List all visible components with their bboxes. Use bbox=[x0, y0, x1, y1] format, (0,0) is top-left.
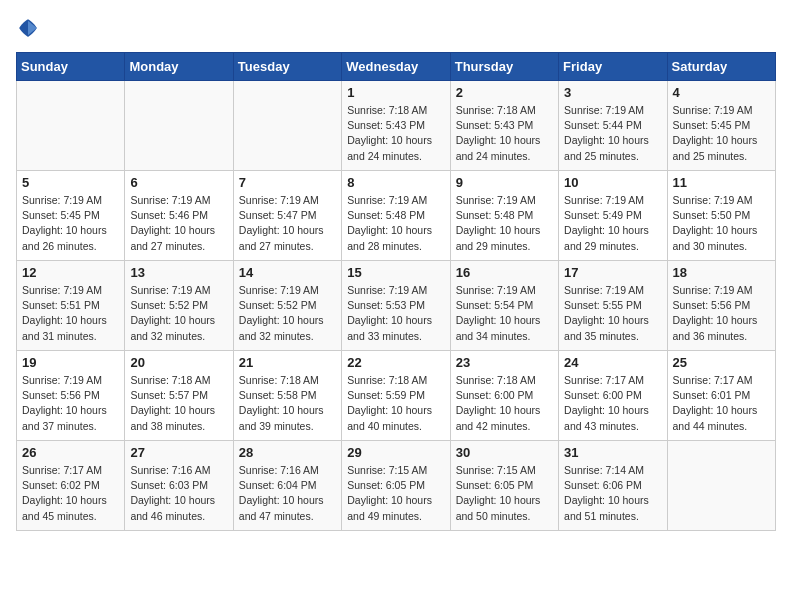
day-info: Sunrise: 7:19 AM Sunset: 5:48 PM Dayligh… bbox=[456, 193, 553, 254]
day-number: 19 bbox=[22, 355, 119, 370]
calendar-cell: 10Sunrise: 7:19 AM Sunset: 5:49 PM Dayli… bbox=[559, 171, 667, 261]
column-header-monday: Monday bbox=[125, 53, 233, 81]
day-number: 9 bbox=[456, 175, 553, 190]
day-info: Sunrise: 7:19 AM Sunset: 5:56 PM Dayligh… bbox=[22, 373, 119, 434]
column-header-thursday: Thursday bbox=[450, 53, 558, 81]
calendar-week-row: 12Sunrise: 7:19 AM Sunset: 5:51 PM Dayli… bbox=[17, 261, 776, 351]
day-info: Sunrise: 7:16 AM Sunset: 6:04 PM Dayligh… bbox=[239, 463, 336, 524]
calendar-week-row: 19Sunrise: 7:19 AM Sunset: 5:56 PM Dayli… bbox=[17, 351, 776, 441]
day-info: Sunrise: 7:16 AM Sunset: 6:03 PM Dayligh… bbox=[130, 463, 227, 524]
day-info: Sunrise: 7:15 AM Sunset: 6:05 PM Dayligh… bbox=[456, 463, 553, 524]
day-number: 12 bbox=[22, 265, 119, 280]
calendar-cell: 26Sunrise: 7:17 AM Sunset: 6:02 PM Dayli… bbox=[17, 441, 125, 531]
calendar-cell bbox=[667, 441, 775, 531]
day-number: 23 bbox=[456, 355, 553, 370]
day-info: Sunrise: 7:17 AM Sunset: 6:00 PM Dayligh… bbox=[564, 373, 661, 434]
calendar-cell: 16Sunrise: 7:19 AM Sunset: 5:54 PM Dayli… bbox=[450, 261, 558, 351]
day-info: Sunrise: 7:19 AM Sunset: 5:56 PM Dayligh… bbox=[673, 283, 770, 344]
calendar-cell: 11Sunrise: 7:19 AM Sunset: 5:50 PM Dayli… bbox=[667, 171, 775, 261]
day-number: 7 bbox=[239, 175, 336, 190]
logo-icon bbox=[16, 16, 40, 40]
day-info: Sunrise: 7:19 AM Sunset: 5:54 PM Dayligh… bbox=[456, 283, 553, 344]
day-info: Sunrise: 7:19 AM Sunset: 5:47 PM Dayligh… bbox=[239, 193, 336, 254]
day-info: Sunrise: 7:19 AM Sunset: 5:50 PM Dayligh… bbox=[673, 193, 770, 254]
day-number: 14 bbox=[239, 265, 336, 280]
calendar-cell: 31Sunrise: 7:14 AM Sunset: 6:06 PM Dayli… bbox=[559, 441, 667, 531]
calendar-cell: 19Sunrise: 7:19 AM Sunset: 5:56 PM Dayli… bbox=[17, 351, 125, 441]
calendar-cell bbox=[125, 81, 233, 171]
calendar-cell: 14Sunrise: 7:19 AM Sunset: 5:52 PM Dayli… bbox=[233, 261, 341, 351]
day-number: 15 bbox=[347, 265, 444, 280]
calendar-header-row: SundayMondayTuesdayWednesdayThursdayFrid… bbox=[17, 53, 776, 81]
calendar-cell: 1Sunrise: 7:18 AM Sunset: 5:43 PM Daylig… bbox=[342, 81, 450, 171]
column-header-friday: Friday bbox=[559, 53, 667, 81]
calendar-cell: 28Sunrise: 7:16 AM Sunset: 6:04 PM Dayli… bbox=[233, 441, 341, 531]
day-number: 6 bbox=[130, 175, 227, 190]
calendar-cell bbox=[233, 81, 341, 171]
day-number: 11 bbox=[673, 175, 770, 190]
calendar-cell: 22Sunrise: 7:18 AM Sunset: 5:59 PM Dayli… bbox=[342, 351, 450, 441]
column-header-sunday: Sunday bbox=[17, 53, 125, 81]
day-number: 31 bbox=[564, 445, 661, 460]
day-number: 1 bbox=[347, 85, 444, 100]
day-number: 22 bbox=[347, 355, 444, 370]
calendar-cell: 17Sunrise: 7:19 AM Sunset: 5:55 PM Dayli… bbox=[559, 261, 667, 351]
calendar-cell: 20Sunrise: 7:18 AM Sunset: 5:57 PM Dayli… bbox=[125, 351, 233, 441]
day-info: Sunrise: 7:19 AM Sunset: 5:46 PM Dayligh… bbox=[130, 193, 227, 254]
calendar-cell: 25Sunrise: 7:17 AM Sunset: 6:01 PM Dayli… bbox=[667, 351, 775, 441]
day-number: 13 bbox=[130, 265, 227, 280]
day-info: Sunrise: 7:19 AM Sunset: 5:55 PM Dayligh… bbox=[564, 283, 661, 344]
day-info: Sunrise: 7:15 AM Sunset: 6:05 PM Dayligh… bbox=[347, 463, 444, 524]
calendar-cell: 12Sunrise: 7:19 AM Sunset: 5:51 PM Dayli… bbox=[17, 261, 125, 351]
day-info: Sunrise: 7:19 AM Sunset: 5:44 PM Dayligh… bbox=[564, 103, 661, 164]
day-info: Sunrise: 7:19 AM Sunset: 5:49 PM Dayligh… bbox=[564, 193, 661, 254]
day-info: Sunrise: 7:18 AM Sunset: 6:00 PM Dayligh… bbox=[456, 373, 553, 434]
calendar-cell: 13Sunrise: 7:19 AM Sunset: 5:52 PM Dayli… bbox=[125, 261, 233, 351]
day-info: Sunrise: 7:19 AM Sunset: 5:45 PM Dayligh… bbox=[22, 193, 119, 254]
calendar-cell: 21Sunrise: 7:18 AM Sunset: 5:58 PM Dayli… bbox=[233, 351, 341, 441]
calendar-week-row: 5Sunrise: 7:19 AM Sunset: 5:45 PM Daylig… bbox=[17, 171, 776, 261]
day-info: Sunrise: 7:18 AM Sunset: 5:59 PM Dayligh… bbox=[347, 373, 444, 434]
calendar-cell: 7Sunrise: 7:19 AM Sunset: 5:47 PM Daylig… bbox=[233, 171, 341, 261]
calendar-cell: 4Sunrise: 7:19 AM Sunset: 5:45 PM Daylig… bbox=[667, 81, 775, 171]
day-info: Sunrise: 7:19 AM Sunset: 5:45 PM Dayligh… bbox=[673, 103, 770, 164]
day-number: 20 bbox=[130, 355, 227, 370]
day-info: Sunrise: 7:19 AM Sunset: 5:48 PM Dayligh… bbox=[347, 193, 444, 254]
day-number: 28 bbox=[239, 445, 336, 460]
day-number: 2 bbox=[456, 85, 553, 100]
calendar-cell: 23Sunrise: 7:18 AM Sunset: 6:00 PM Dayli… bbox=[450, 351, 558, 441]
calendar-cell: 6Sunrise: 7:19 AM Sunset: 5:46 PM Daylig… bbox=[125, 171, 233, 261]
day-info: Sunrise: 7:14 AM Sunset: 6:06 PM Dayligh… bbox=[564, 463, 661, 524]
day-number: 24 bbox=[564, 355, 661, 370]
calendar-cell bbox=[17, 81, 125, 171]
calendar-cell: 5Sunrise: 7:19 AM Sunset: 5:45 PM Daylig… bbox=[17, 171, 125, 261]
day-number: 25 bbox=[673, 355, 770, 370]
calendar-cell: 18Sunrise: 7:19 AM Sunset: 5:56 PM Dayli… bbox=[667, 261, 775, 351]
day-number: 16 bbox=[456, 265, 553, 280]
day-info: Sunrise: 7:19 AM Sunset: 5:52 PM Dayligh… bbox=[239, 283, 336, 344]
day-info: Sunrise: 7:17 AM Sunset: 6:02 PM Dayligh… bbox=[22, 463, 119, 524]
day-info: Sunrise: 7:18 AM Sunset: 5:57 PM Dayligh… bbox=[130, 373, 227, 434]
day-info: Sunrise: 7:19 AM Sunset: 5:51 PM Dayligh… bbox=[22, 283, 119, 344]
day-number: 30 bbox=[456, 445, 553, 460]
day-number: 8 bbox=[347, 175, 444, 190]
calendar-week-row: 1Sunrise: 7:18 AM Sunset: 5:43 PM Daylig… bbox=[17, 81, 776, 171]
calendar-cell: 3Sunrise: 7:19 AM Sunset: 5:44 PM Daylig… bbox=[559, 81, 667, 171]
calendar-cell: 24Sunrise: 7:17 AM Sunset: 6:00 PM Dayli… bbox=[559, 351, 667, 441]
day-number: 4 bbox=[673, 85, 770, 100]
day-number: 26 bbox=[22, 445, 119, 460]
day-number: 18 bbox=[673, 265, 770, 280]
day-number: 17 bbox=[564, 265, 661, 280]
column-header-saturday: Saturday bbox=[667, 53, 775, 81]
day-info: Sunrise: 7:19 AM Sunset: 5:53 PM Dayligh… bbox=[347, 283, 444, 344]
day-info: Sunrise: 7:18 AM Sunset: 5:58 PM Dayligh… bbox=[239, 373, 336, 434]
logo bbox=[16, 16, 44, 40]
day-number: 3 bbox=[564, 85, 661, 100]
day-info: Sunrise: 7:17 AM Sunset: 6:01 PM Dayligh… bbox=[673, 373, 770, 434]
calendar-cell: 15Sunrise: 7:19 AM Sunset: 5:53 PM Dayli… bbox=[342, 261, 450, 351]
day-number: 29 bbox=[347, 445, 444, 460]
page-header bbox=[16, 16, 776, 40]
calendar-week-row: 26Sunrise: 7:17 AM Sunset: 6:02 PM Dayli… bbox=[17, 441, 776, 531]
day-number: 5 bbox=[22, 175, 119, 190]
calendar-cell: 30Sunrise: 7:15 AM Sunset: 6:05 PM Dayli… bbox=[450, 441, 558, 531]
